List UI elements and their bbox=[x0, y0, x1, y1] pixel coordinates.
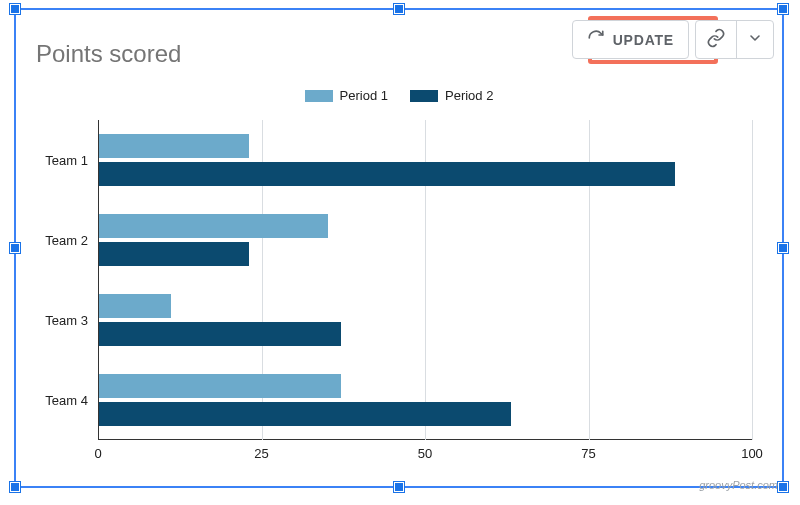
resize-handle[interactable] bbox=[10, 243, 20, 253]
chevron-down-icon bbox=[747, 30, 763, 50]
resize-handle[interactable] bbox=[394, 4, 404, 14]
refresh-icon bbox=[587, 29, 605, 50]
editor-canvas: UPDATE bbox=[0, 0, 800, 505]
resize-handle[interactable] bbox=[778, 4, 788, 14]
update-button[interactable]: UPDATE bbox=[572, 20, 689, 59]
chart-options-dropdown[interactable] bbox=[736, 21, 773, 58]
chart-toolbar: UPDATE bbox=[572, 20, 774, 59]
update-button-label: UPDATE bbox=[613, 32, 674, 48]
linked-chart-menu bbox=[695, 20, 774, 59]
resize-handle[interactable] bbox=[778, 243, 788, 253]
watermark: groovyPost.com bbox=[699, 479, 778, 491]
link-button[interactable] bbox=[696, 21, 736, 58]
resize-handle[interactable] bbox=[778, 482, 788, 492]
resize-handle[interactable] bbox=[10, 4, 20, 14]
selection-frame bbox=[14, 8, 784, 488]
resize-handle[interactable] bbox=[10, 482, 20, 492]
resize-handle[interactable] bbox=[394, 482, 404, 492]
link-icon bbox=[706, 28, 726, 52]
